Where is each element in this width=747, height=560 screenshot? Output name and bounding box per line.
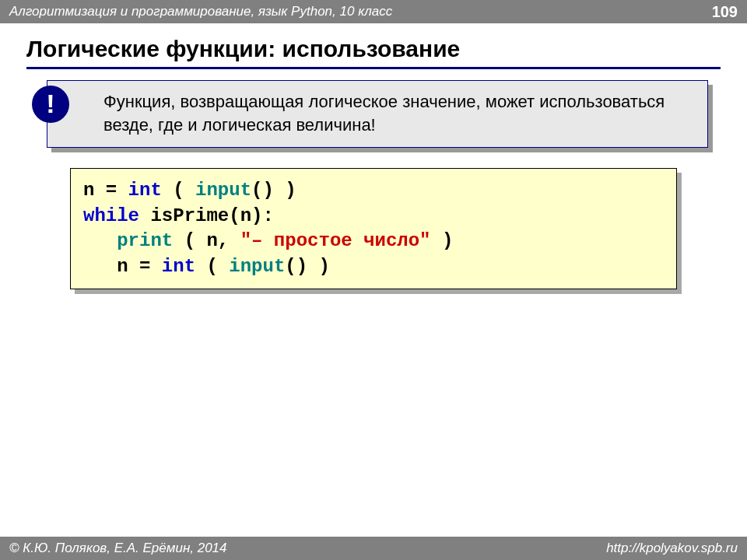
page-number: 109 — [712, 3, 738, 21]
code-block: n = int ( input() ) while isPrime(n): pr… — [70, 168, 677, 289]
footer-url: http://kpolyakov.spb.ru — [606, 541, 738, 556]
code-token: while — [83, 205, 139, 226]
header-bar: Алгоритмизация и программирование, язык … — [0, 0, 747, 23]
exclamation-icon: ! — [32, 86, 69, 123]
page-title: Логические функции: использование — [0, 23, 747, 67]
code-token: input — [229, 256, 285, 277]
callout-text: Функция, возвращающая логическое значени… — [103, 92, 665, 135]
code-token: "– простое число" — [240, 230, 431, 251]
code-token: () ) — [285, 256, 330, 277]
footer-bar: © К.Ю. Поляков, Е.А. Ерёмин, 2014 http:/… — [0, 537, 747, 560]
callout-body: ! Функция, возвращающая логическое значе… — [47, 80, 708, 148]
code-token: print — [117, 230, 173, 251]
code-token: n = — [83, 180, 128, 201]
course-title: Алгоритмизация и программирование, язык … — [9, 4, 392, 19]
title-underline — [26, 67, 721, 69]
code-token: int — [162, 256, 195, 277]
code-token: ) — [431, 230, 454, 251]
code-token: n = — [117, 256, 162, 277]
footer-authors: © К.Ю. Поляков, Е.А. Ерёмин, 2014 — [9, 541, 227, 556]
code-token: ( n, — [173, 230, 240, 251]
code-token: input — [195, 180, 251, 201]
code-token: () ) — [251, 180, 296, 201]
code-indent — [83, 230, 117, 251]
code-body: n = int ( input() ) while isPrime(n): pr… — [70, 168, 677, 289]
code-token: int — [128, 180, 162, 201]
code-token: ( — [195, 256, 229, 277]
code-token: ( — [162, 180, 195, 201]
code-token: isPrime(n): — [139, 205, 274, 226]
code-indent — [83, 256, 117, 277]
info-callout: ! Функция, возвращающая логическое значе… — [47, 80, 708, 148]
